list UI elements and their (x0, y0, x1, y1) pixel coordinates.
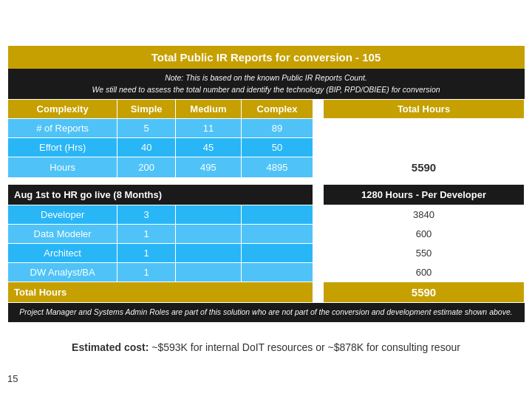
developer-c3 (241, 205, 313, 225)
reports-complex: 89 (241, 119, 313, 138)
architect-total: 550 (324, 244, 525, 263)
architect-c2 (176, 244, 242, 263)
table-title: Total Public IR Reports for conversion -… (8, 46, 525, 69)
col-empty (313, 100, 324, 119)
architect-empty (313, 244, 324, 263)
effort-simple: 40 (117, 138, 176, 157)
effort-medium: 45 (176, 138, 242, 157)
main-table: Total Public IR Reports for conversion -… (7, 46, 525, 322)
dw-analyst-c3 (241, 263, 313, 282)
data-modeler-row: Data Modeler 1 600 (8, 225, 525, 244)
data-modeler-total: 600 (324, 225, 525, 244)
data-modeler-label: Data Modeler (8, 225, 117, 244)
hours-empty (313, 157, 324, 178)
footer-text: Project Manager and Systems Admin Roles … (8, 303, 525, 322)
reports-simple: 5 (117, 119, 176, 138)
reports-total (324, 119, 525, 138)
separator-row (8, 178, 525, 185)
footer-row: Project Manager and Systems Admin Roles … (8, 303, 525, 322)
reports-medium: 11 (176, 119, 242, 138)
page-wrapper: Total Public IR Reports for conversion -… (7, 46, 525, 353)
dev-section-label: Aug 1st to HR go live (8 Months) (8, 185, 313, 205)
estimated-cost-label: Estimated cost: (72, 341, 149, 353)
developer-empty (313, 205, 324, 225)
hours-complex: 4895 (241, 157, 313, 178)
data-modeler-c3 (241, 225, 313, 244)
developer-value: 3 (117, 205, 176, 225)
total-hours-empty (313, 282, 324, 303)
dev-section-header-row: Aug 1st to HR go live (8 Months) 1280 Ho… (8, 185, 525, 205)
developer-c2 (176, 205, 242, 225)
dw-analyst-label: DW Analyst/BA (8, 263, 117, 282)
reports-empty (313, 119, 324, 138)
hours-row: Hours 200 495 4895 5590 (8, 157, 525, 178)
architect-row: Architect 1 550 (8, 244, 525, 263)
col-medium: Medium (176, 100, 242, 119)
effort-row: Effort (Hrs) 40 45 50 (8, 138, 525, 157)
developer-total: 3840 (324, 205, 525, 225)
effort-empty (313, 138, 324, 157)
architect-value: 1 (117, 244, 176, 263)
note-text: Note: This is based on the known Public … (8, 69, 525, 100)
dw-analyst-value: 1 (117, 263, 176, 282)
page-number: 15 (7, 373, 18, 384)
dw-analyst-row: DW Analyst/BA 1 600 (8, 263, 525, 282)
hours-label: Hours (8, 157, 117, 178)
architect-label: Architect (8, 244, 117, 263)
dw-analyst-c2 (176, 263, 242, 282)
reports-label: # of Reports (8, 119, 117, 138)
developer-label: Developer (8, 205, 117, 225)
estimated-cost-section: Estimated cost: ~$593K for internal DoIT… (72, 341, 460, 353)
total-hours-label: Total Hours (8, 282, 313, 303)
data-modeler-c2 (176, 225, 242, 244)
dev-section-empty (313, 185, 324, 205)
dw-analyst-total: 600 (324, 263, 525, 282)
effort-label: Effort (Hrs) (8, 138, 117, 157)
hours-simple: 200 (117, 157, 176, 178)
hours-total: 5590 (324, 157, 525, 178)
col-complex: Complex (241, 100, 313, 119)
effort-total (324, 138, 525, 157)
title-row: Total Public IR Reports for conversion -… (8, 46, 525, 69)
dev-section-total: 1280 Hours - Per Developer (324, 185, 525, 205)
reports-row: # of Reports 5 11 89 (8, 119, 525, 138)
complexity-header-row: Complexity Simple Medium Complex Total H… (8, 100, 525, 119)
developer-row: Developer 3 3840 (8, 205, 525, 225)
note-row: Note: This is based on the known Public … (8, 69, 525, 100)
col-simple: Simple (117, 100, 176, 119)
hours-medium: 495 (176, 157, 242, 178)
col-total-hours: Total Hours (324, 100, 525, 119)
dw-analyst-empty (313, 263, 324, 282)
estimated-cost-value: ~$593K for internal DoIT resources or ~$… (151, 341, 460, 353)
effort-complex: 50 (241, 138, 313, 157)
architect-c3 (241, 244, 313, 263)
total-hours-value: 5590 (324, 282, 525, 303)
col-label: Complexity (8, 100, 117, 119)
data-modeler-value: 1 (117, 225, 176, 244)
total-hours-row: Total Hours 5590 (8, 282, 525, 303)
data-modeler-empty (313, 225, 324, 244)
